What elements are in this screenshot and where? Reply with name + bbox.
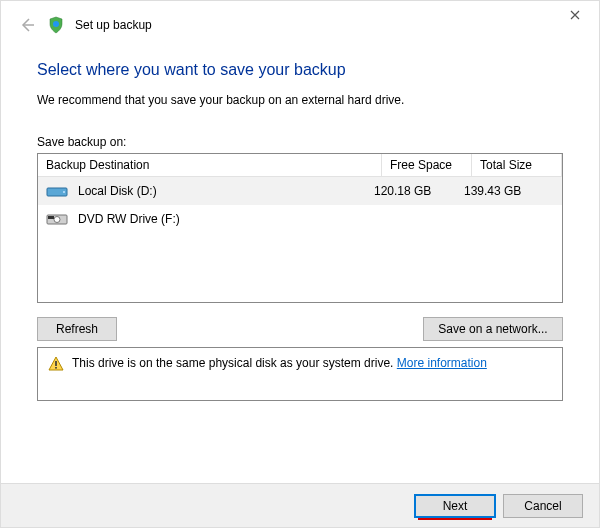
list-item[interactable]: DVD RW Drive (F:) <box>38 205 562 233</box>
arrow-left-icon <box>19 17 35 33</box>
drive-name: DVD RW Drive (F:) <box>78 212 180 226</box>
warning-text: This drive is on the same physical disk … <box>72 356 393 370</box>
list-header: Backup Destination Free Space Total Size <box>38 154 562 177</box>
svg-point-0 <box>53 21 59 27</box>
next-button[interactable]: Next <box>415 495 495 517</box>
wizard-footer: Next Cancel <box>1 483 599 527</box>
cancel-button[interactable]: Cancel <box>503 494 583 518</box>
col-header-total[interactable]: Total Size <box>472 154 562 177</box>
list-body: Local Disk (D:) 120.18 GB 139.43 GB DVD … <box>38 177 562 233</box>
col-header-free[interactable]: Free Space <box>382 154 472 177</box>
close-icon <box>570 10 580 20</box>
save-on-label: Save backup on: <box>37 135 563 149</box>
more-information-link[interactable]: More information <box>397 356 487 370</box>
warning-icon <box>48 356 64 372</box>
page-heading: Select where you want to save your backu… <box>37 61 563 79</box>
dvd-drive-icon <box>46 210 68 228</box>
destination-list[interactable]: Backup Destination Free Space Total Size… <box>37 153 563 303</box>
svg-rect-5 <box>48 216 54 219</box>
content-area: Select where you want to save your backu… <box>1 43 599 401</box>
warning-box: This drive is on the same physical disk … <box>37 347 563 401</box>
warning-text-container: This drive is on the same physical disk … <box>72 356 487 370</box>
drive-total: 139.43 GB <box>464 184 554 198</box>
svg-rect-7 <box>55 367 57 369</box>
refresh-button[interactable]: Refresh <box>37 317 117 341</box>
drive-free: 120.18 GB <box>374 184 464 198</box>
backup-shield-icon <box>47 16 65 34</box>
window-title: Set up backup <box>75 18 152 32</box>
svg-rect-6 <box>55 361 57 366</box>
back-button[interactable] <box>17 15 37 35</box>
wizard-header: Set up backup <box>1 1 599 43</box>
drive-name: Local Disk (D:) <box>78 184 157 198</box>
hdd-icon <box>46 182 68 200</box>
list-item[interactable]: Local Disk (D:) 120.18 GB 139.43 GB <box>38 177 562 205</box>
col-header-destination[interactable]: Backup Destination <box>38 154 382 177</box>
svg-point-4 <box>54 217 60 223</box>
close-button[interactable] <box>561 5 589 25</box>
save-on-network-button[interactable]: Save on a network... <box>423 317 563 341</box>
recommend-text: We recommend that you save your backup o… <box>37 93 563 107</box>
svg-point-2 <box>63 191 65 193</box>
